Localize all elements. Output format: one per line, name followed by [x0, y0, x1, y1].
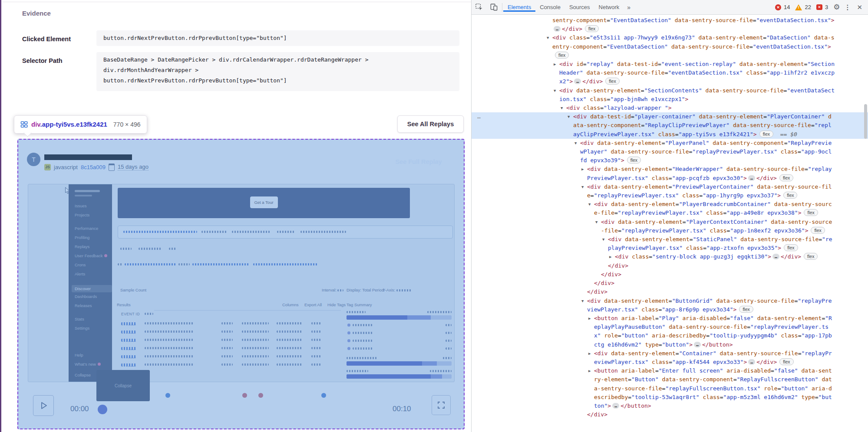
devtools-tree-node[interactable]: …▼<div data-test-id="player-container" d… — [472, 112, 868, 139]
flex-layout-badge[interactable]: flex — [811, 227, 825, 234]
devtools-tree-node[interactable]: </div> — [472, 262, 868, 270]
timeline-error-dot[interactable] — [242, 393, 247, 398]
redacted-table-cell — [242, 331, 269, 333]
flex-layout-badge[interactable]: flex — [585, 25, 599, 32]
devtools-tree-node[interactable]: ▼<div data-sentry-element="PlayerBreadcr… — [472, 200, 868, 217]
mini-sidebar-item-stats: Stats — [75, 317, 84, 321]
devtools-tree-node[interactable]: ▶<button aria-label="Enter full screen" … — [472, 367, 868, 410]
calendar-icon — [109, 164, 115, 171]
collapsed-children-ellipsis[interactable]: … — [554, 26, 561, 32]
devtools-tree-node[interactable]: </div> — [472, 279, 868, 288]
play-icon — [38, 400, 49, 411]
timeline-error-dot[interactable] — [258, 393, 263, 398]
collapsed-children-ellipsis[interactable]: … — [612, 403, 619, 409]
replay-screenshot: IssuesProjectsPerformanceProfilingReplay… — [28, 184, 455, 382]
devtools-panel: ElementsConsoleSourcesNetwork » ✕ 14 22 … — [471, 0, 868, 432]
mini-sidebar-item-profiling: Profiling — [75, 235, 89, 240]
see-all-replays-button[interactable]: See All Replays — [397, 115, 464, 133]
devtools-tree-node[interactable]: ▼<div class="e5t3s1i1 app-7hwyy9 e19x6ng… — [472, 33, 868, 60]
replay-preview-card[interactable]: T JS javascript 8c15a009 15 days ago See… — [18, 140, 464, 429]
flex-layout-badge[interactable]: flex — [627, 157, 641, 164]
devtools-tree-node[interactable]: ▼<div data-sentry-element="SectionConten… — [472, 86, 868, 104]
tooltip-caret — [23, 129, 31, 137]
devtools-tree-node[interactable]: sentry-component="EventDataSection" data… — [472, 16, 868, 33]
redacted-replay-title — [44, 154, 132, 160]
scrollbar-thumb[interactable] — [864, 104, 867, 139]
fullscreen-button[interactable] — [432, 395, 451, 415]
devtools-tree-node[interactable]: ▶<div data-sentry-element="Container" da… — [472, 349, 868, 367]
screenshot-root: Evidence Clicked Element button.rdrNextP… — [0, 0, 868, 432]
devtools-tree-node[interactable]: ▼<div data-sentry-element="StaticPanel" … — [472, 235, 868, 252]
devtools-tree-node[interactable]: </div> — [472, 270, 868, 279]
device-toolbar-icon[interactable] — [486, 0, 501, 14]
yaxis-label: Y-Axis: — [383, 288, 411, 292]
kebab-menu-icon[interactable]: ⋮ — [842, 3, 852, 11]
issue-count[interactable]: 3 — [825, 4, 828, 10]
redacted-table-cell — [145, 331, 193, 333]
devtools-scrollbar[interactable] — [863, 15, 868, 432]
devtools-tab-console[interactable]: Console — [535, 4, 565, 10]
collapsed-children-ellipsis[interactable]: … — [574, 79, 581, 84]
timeline-click-dot[interactable] — [165, 393, 170, 398]
devtools-tree-node[interactable]: ▶<div class="sentry-block app-guzg3j egq… — [472, 252, 868, 261]
export-all-button: Export All — [304, 302, 322, 307]
devtools-tab-sources[interactable]: Sources — [565, 4, 594, 10]
flex-layout-badge[interactable]: flex — [555, 52, 569, 59]
devtools-tree-node[interactable]: </div> — [472, 410, 868, 419]
devtools-tree-node[interactable]: ▶<div id="replay" data-test-id="event-se… — [472, 60, 868, 86]
devtools-tree-node[interactable]: </div> — [472, 288, 868, 296]
flex-layout-badge[interactable]: flex — [783, 192, 797, 199]
expand-arrow-open: ▼ — [554, 86, 556, 95]
see-full-replay-button[interactable]: See Full Replay — [383, 153, 454, 171]
results-label: Results — [117, 302, 131, 307]
timeline-click-dot[interactable] — [321, 393, 326, 398]
redacted-table-cell — [145, 339, 193, 341]
flex-layout-badge[interactable]: flex — [605, 78, 619, 85]
devtools-tab-network[interactable]: Network — [594, 4, 624, 10]
collapsed-children-ellipsis[interactable]: … — [748, 175, 755, 181]
more-tabs-chevron[interactable]: » — [624, 4, 634, 11]
expand-arrow-closed: ▶ — [554, 60, 556, 69]
flex-layout-badge[interactable]: flex — [784, 244, 798, 251]
display-label: Display: Total Period — [347, 288, 384, 292]
collapsed-children-ellipsis[interactable]: … — [748, 359, 755, 365]
expand-arrow-closed: ▶ — [588, 367, 591, 375]
issues-icon[interactable]: ✕ — [816, 4, 822, 10]
sidebar-edge-strip — [0, 0, 1, 432]
inspect-element-tooltip: div.app-tyi5vs.e13fk2421 770 × 496 — [14, 115, 147, 134]
clicked-element-value-box: button.rdrNextPrevButton.rdrPprevButton[… — [96, 30, 459, 46]
redacted-table-cell — [242, 363, 269, 366]
flex-layout-badge[interactable]: flex — [739, 306, 753, 313]
scrubber-track[interactable] — [101, 409, 435, 410]
devtools-tab-elements[interactable]: Elements — [503, 4, 535, 12]
inspect-element-icon[interactable] — [472, 0, 486, 14]
avatar: T — [27, 153, 40, 166]
devtools-tree-node[interactable]: ▼<div class="lazyload-wrapper "> — [472, 104, 868, 112]
flex-layout-badge[interactable]: flex — [779, 358, 793, 365]
devtools-tree-node[interactable]: ▶<button aria-label="Play" aria-disabled… — [472, 314, 868, 349]
flex-layout-badge[interactable]: flex — [804, 209, 818, 216]
settings-gear-icon[interactable]: ⚙ — [833, 3, 840, 12]
warning-count[interactable]: 22 — [805, 4, 811, 10]
console-error-icon[interactable]: ✕ — [775, 4, 781, 10]
flex-layout-badge[interactable]: flex — [779, 174, 793, 181]
clicked-element-label: Clicked Element — [22, 36, 71, 43]
error-count[interactable]: 14 — [784, 4, 790, 10]
console-warning-icon[interactable] — [795, 4, 802, 10]
devtools-tree-node[interactable]: ▼<div data-sentry-element="ButtonGrid" d… — [472, 297, 868, 314]
collapsed-children-ellipsis[interactable]: … — [694, 342, 701, 347]
event-id-header: EVENT ID — [121, 312, 140, 316]
tooltip-dimensions: 770 × 496 — [113, 121, 141, 128]
close-devtools-icon[interactable]: ✕ — [855, 3, 864, 11]
collapsed-children-ellipsis[interactable]: … — [772, 254, 779, 259]
devtools-tree-node[interactable]: ▼<div data-sentry-element="PlayerPanel" … — [472, 139, 868, 165]
flex-layout-badge[interactable]: flex — [759, 131, 773, 137]
replay-id-link[interactable]: 8c15a009 — [81, 164, 106, 170]
devtools-tree-node[interactable]: ▶<div data-sentry-element="HeaderWrapper… — [472, 165, 868, 182]
flex-layout-badge[interactable]: flex — [804, 253, 818, 260]
scrubber-handle[interactable] — [98, 405, 107, 414]
devtools-tree-node[interactable]: ▼<div data-sentry-element="PlayerContext… — [472, 218, 868, 235]
redacted-table-cell — [242, 347, 269, 349]
play-button[interactable] — [33, 395, 54, 416]
devtools-tree-node[interactable]: ▼<div data-sentry-element="PreviewPlayer… — [472, 183, 868, 200]
